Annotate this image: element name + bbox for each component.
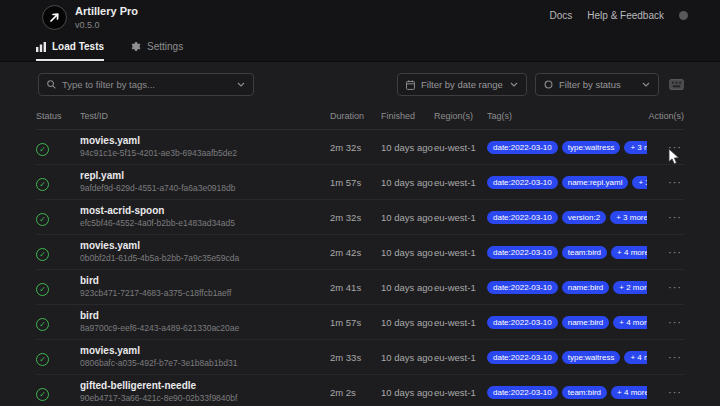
tab-settings[interactable]: Settings [130,41,183,61]
tag-pill[interactable]: team:bird [562,246,607,259]
tab-bar: Load Tests Settings [36,41,183,61]
test-id-cell[interactable]: movies.yaml 0b0bf2d1-61d5-4b5a-b2bb-7a9c… [80,240,330,264]
table-row[interactable]: ✓ gifted-belligerent-needle 90eb4717-3a6… [36,375,684,406]
date-range-filter-label: Filter by date range [421,79,504,90]
test-name[interactable]: gifted-belligerent-needle [80,380,330,392]
duration-cell: 2m 42s [330,247,381,258]
tag-pill[interactable]: + 3 more [610,211,647,224]
table-row[interactable]: ✓ repl.yaml 9afdef9d-629d-4551-a740-fa6a… [36,165,684,200]
duration-cell: 1m 57s [330,317,381,328]
table-header: Status Test/ID Duration Finished Region(… [36,111,684,130]
row-actions-menu[interactable]: ··· [647,386,684,398]
tag-pill[interactable]: + 4 more [613,316,647,329]
test-id-cell[interactable]: movies.yaml 94c91c1e-5f15-4201-ae3b-6943… [80,135,330,159]
finished-cell: 10 days ago [381,387,434,398]
row-actions-menu[interactable]: ··· [647,281,684,293]
tag-pill[interactable]: + 2 more [613,281,647,294]
right-filters: Filter by date range Filter by status [397,73,684,96]
tags-filter-placeholder: Type to filter by tags... [62,79,231,90]
status-passed-icon: ✓ [36,318,49,331]
test-id-cell[interactable]: movies.yaml 0806bafc-a035-492f-b7e7-3e1b… [80,345,330,369]
bar-chart-icon [36,42,46,52]
table-row[interactable]: ✓ bird 8a9700c9-eef6-4243-a489-621330ac2… [36,305,684,340]
tag-pill[interactable]: date:2022-03-10 [487,351,558,364]
tag-pill[interactable]: date:2022-03-10 [487,246,558,259]
tag-pill[interactable]: name:repl.yaml [562,176,629,189]
test-uuid: efc5bf46-4552-4a0f-b2bb-e1483ad34ad5 [80,218,330,229]
tags-filter-input[interactable]: Type to filter by tags... [38,73,254,96]
help-feedback-link[interactable]: Help & Feedback [587,10,664,21]
status-cell: ✓ [36,243,80,261]
test-id-cell[interactable]: bird 923cb471-7217-4683-a375-c18ffcb1aef… [80,275,330,299]
tag-pill[interactable]: date:2022-03-10 [487,386,558,399]
search-icon [47,80,56,89]
tag-pill[interactable]: version:2 [562,211,606,224]
tab-load-tests-label: Load Tests [52,41,104,52]
date-range-filter[interactable]: Filter by date range [397,73,527,96]
test-uuid: 9afdef9d-629d-4551-a740-fa6a3e0918db [80,183,330,194]
docs-link[interactable]: Docs [549,10,572,21]
col-duration: Duration [330,111,381,121]
tab-load-tests[interactable]: Load Tests [36,41,104,61]
test-name[interactable]: bird [80,275,330,287]
table-row[interactable]: ✓ movies.yaml 0806bafc-a035-492f-b7e7-3e… [36,340,684,375]
tags-cell: date:2022-03-10name:bird+ 4 more [487,316,647,329]
row-actions-menu[interactable]: ··· [647,176,684,188]
row-actions-menu[interactable]: ··· [647,316,684,328]
test-name[interactable]: repl.yaml [80,170,330,182]
tag-pill[interactable]: + 3 more [624,141,647,154]
user-avatar[interactable] [679,11,688,20]
col-test-id: Test/ID [80,111,330,121]
tag-pill[interactable]: + 3 more [632,176,647,189]
test-name[interactable]: movies.yaml [80,240,330,252]
table-row[interactable]: ✓ movies.yaml 94c91c1e-5f15-4201-ae3b-69… [36,130,684,165]
table-row[interactable]: ✓ bird 923cb471-7217-4683-a375-c18ffcb1a… [36,270,684,305]
tag-pill[interactable]: + 4 more [611,246,647,259]
tag-pill[interactable]: date:2022-03-10 [487,281,558,294]
test-name[interactable]: movies.yaml [80,135,330,147]
status-passed-icon: ✓ [36,143,49,156]
status-filter[interactable]: Filter by status [535,73,659,96]
test-name[interactable]: most-acrid-spoon [80,205,330,217]
tag-pill[interactable]: date:2022-03-10 [487,176,558,189]
row-actions-menu[interactable]: ··· [647,246,684,258]
chevron-down-icon [237,82,245,87]
tag-pill[interactable]: + 4 more [611,386,647,399]
table-row[interactable]: ✓ movies.yaml 0b0bf2d1-61d5-4b5a-b2bb-7a… [36,235,684,270]
table-body: ✓ movies.yaml 94c91c1e-5f15-4201-ae3b-69… [36,130,684,406]
row-actions-menu[interactable]: ··· [647,211,684,223]
tag-pill[interactable]: type:waitress [562,351,621,364]
keyboard-shortcuts-icon[interactable] [669,79,684,90]
rocket-arrow-icon [49,12,60,23]
test-name[interactable]: movies.yaml [80,345,330,357]
test-id-cell[interactable]: gifted-belligerent-needle 90eb4717-3a66-… [80,380,330,404]
brand: Artillery Pro v0.5.0 [42,5,138,30]
finished-cell: 10 days ago [381,177,434,188]
tags-cell: date:2022-03-10version:2+ 3 more [487,211,647,224]
row-actions-menu[interactable]: ··· [647,351,684,363]
tag-pill[interactable]: type:waitress [562,141,621,154]
duration-cell: 1m 57s [330,177,381,188]
tag-pill[interactable]: date:2022-03-10 [487,141,558,154]
tag-pill[interactable]: name:bird [562,316,610,329]
app-title: Artillery Pro [75,5,138,18]
duration-cell: 2m 32s [330,142,381,153]
tag-pill[interactable]: name:bird [562,281,610,294]
test-id-cell[interactable]: repl.yaml 9afdef9d-629d-4551-a740-fa6a3e… [80,170,330,194]
status-passed-icon: ✓ [36,353,49,366]
table-row[interactable]: ✓ most-acrid-spoon efc5bf46-4552-4a0f-b2… [36,200,684,235]
tag-pill[interactable]: date:2022-03-10 [487,316,558,329]
status-cell: ✓ [36,278,80,296]
test-name[interactable]: bird [80,310,330,322]
region-cell: eu-west-1 [434,387,487,398]
status-passed-icon: ✓ [36,178,49,191]
status-passed-icon: ✓ [36,388,49,401]
tag-pill[interactable]: date:2022-03-10 [487,211,558,224]
duration-cell: 2m 2s [330,387,381,398]
tag-pill[interactable]: team:bird [562,386,607,399]
status-cell: ✓ [36,313,80,331]
test-id-cell[interactable]: bird 8a9700c9-eef6-4243-a489-621330ac20a… [80,310,330,334]
tag-pill[interactable]: + 4 more [624,351,647,364]
row-actions-menu[interactable]: ··· [647,141,684,153]
test-id-cell[interactable]: most-acrid-spoon efc5bf46-4552-4a0f-b2bb… [80,205,330,229]
